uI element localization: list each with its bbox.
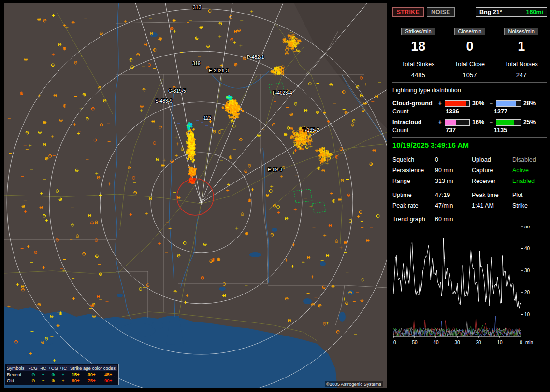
total-close-value: 1057 [444,71,496,79]
cg-plus-sign: + [437,100,443,107]
lightning-map[interactable]: 313319E-2826-3G-319-5S-483-9P-482-1F-402… [4,3,387,388]
persistence-label: Persistence [392,167,435,174]
intracloud-count-row: Count 737 1135 [392,127,547,134]
capture-value: Active [512,167,547,174]
svg-text:10: 10 [497,340,503,345]
close-per-min-value: 0 [444,39,496,54]
recent-ic-minus-icon: − [39,371,48,378]
noise-mode-button[interactable]: NOISE [427,7,455,17]
cloud-ground-row: Cloud-ground + 30% − 28% [392,100,547,107]
recent-ic-plus-icon: + [58,371,68,378]
peak-rate-label: Peak rate [392,202,435,209]
distribution-title: Lightning type distribution [392,86,547,96]
total-noises-value: 247 [495,71,547,79]
status-grid: Uptime 47:19 Peak time Plot Peak rate 47… [392,192,547,209]
ic-count-label: Count [392,127,446,134]
trend-graph-canvas: 50403020106050403020100min [393,226,540,347]
svg-text:P-482-1: P-482-1 [247,55,264,60]
close-per-min-button[interactable]: Close/min [454,28,486,35]
old-ic-plus-icon: + [58,378,68,384]
svg-text:20: 20 [524,290,530,295]
settings-grid: Squelch 0 Upload Disabled Persistence 90… [392,156,547,184]
age-15: 15+ [68,371,84,378]
svg-text:E-2826-3: E-2826-3 [209,68,229,73]
legend-symbols-label: Symbols [7,365,28,371]
svg-text:313: 313 [193,4,202,10]
age-60: 60+ [68,378,84,384]
old-ic-minus-icon: − [39,378,48,384]
ic-plus-sign: + [437,119,443,126]
recent-cg-minus-icon: ⊖ [28,371,39,378]
trend-window-value: 60 min [435,216,453,223]
peak-rate-value: 47/min [435,202,472,209]
strikes-per-min-button[interactable]: Strikes/min [401,28,435,35]
upload-label: Upload [472,156,512,163]
total-noises-label: Total Noises [495,61,547,68]
trend-graph-header: Trend graph 60 min [392,216,547,223]
svg-text:0: 0 [520,340,522,345]
rate-counters: Strikes/min 18 Total Strikes 4485 Close/… [392,28,547,79]
cloud-ground-label: Cloud-ground [392,100,437,107]
legend-recent-label: Recent [7,371,28,378]
cg-positive-count: 1336 [446,108,494,115]
strike-mode-button[interactable]: STRIKE [392,7,424,17]
capture-label: Capture [472,167,512,174]
ic-positive-pct: 16% [471,119,488,126]
cg-positive-pct: 30% [471,100,488,107]
map-legend: Symbols -CG -IC +CG +IC Strike age color… [5,364,119,385]
bearing-value: Bng 21° [479,9,502,15]
noises-per-min-button[interactable]: Noises/min [504,28,538,35]
old-cg-minus-icon: ⊖ [28,378,39,384]
bearing-readout: Bng 21° 160mi [476,7,547,17]
trend-graph: 50403020106050403020100min [393,226,547,347]
intracloud-row: Intracloud + 16% − 25% [392,119,547,126]
svg-text:F-4023-4: F-4023-4 [273,90,292,96]
range-label: Range [392,178,435,184]
svg-text:60: 60 [393,340,396,345]
cg-negative-count: 1277 [494,108,542,115]
plot-label: Plot [512,192,547,198]
legend-age-title: Strike age color codes [68,365,117,371]
ic-negative-pct: 25% [522,119,539,126]
legend-col-pcg: +CG [48,365,58,371]
svg-text:20: 20 [476,340,481,345]
receiver-label: Receiver [472,178,512,184]
svg-text:319: 319 [192,61,201,66]
cg-negative-bar [496,100,521,107]
lightning-map-canvas[interactable]: 313319E-2826-3G-319-5S-483-9P-482-1F-402… [4,3,387,388]
ic-minus-sign: − [488,119,494,126]
plot-value: Strike [512,202,547,209]
age-75: 75+ [84,378,100,384]
svg-text:30: 30 [454,340,460,345]
cg-positive-bar [445,100,470,107]
uptime-label: Uptime [392,192,435,198]
legend-col-pic: +IC [58,365,68,371]
svg-text:min: min [525,340,533,345]
receiver-value: Enabled [512,178,547,184]
svg-text:S-483-9: S-483-9 [155,98,173,104]
ic-positive-count: 737 [446,127,494,134]
total-strikes-label: Total Strikes [392,61,444,68]
intracloud-label: Intracloud [392,119,437,126]
age-30: 30+ [84,371,100,378]
svg-text:T-135-2: T-135-2 [303,127,319,133]
cg-count-label: Count [392,108,446,115]
cg-negative-pct: 28% [522,100,539,107]
range-value: 313 mi [435,178,472,184]
svg-text:123: 123 [203,115,212,121]
age-45: 45+ [100,371,117,378]
cg-minus-sign: − [488,100,494,107]
legend-col-ncg: -CG [28,365,39,371]
peak-time-value: 1:41 AM [472,202,512,209]
strikes-column: Strikes/min 18 Total Strikes 4485 [392,28,444,79]
squelch-label: Squelch [392,156,435,163]
svg-text:50: 50 [524,226,530,229]
strikes-per-min-value: 18 [392,39,444,54]
svg-text:10: 10 [524,312,530,317]
svg-text:E-89-3: E-89-3 [268,167,282,172]
age-90: 90+ [100,378,117,384]
svg-text:40: 40 [524,246,530,251]
ic-negative-bar [496,119,521,126]
uptime-value: 47:19 [435,192,472,198]
trend-graph-label: Trend graph [392,216,435,223]
